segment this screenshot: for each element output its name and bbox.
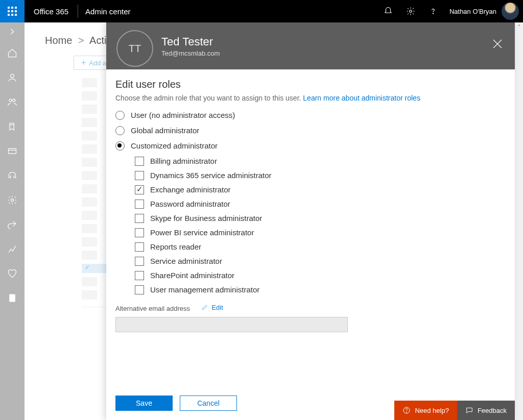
radio-icon [115,141,125,151]
custom-role-label: SharePoint administrator [150,271,234,280]
alt-email-input[interactable] [115,317,348,332]
role-global-label: Global administrator [131,126,199,135]
custom-role-list: Billing administratorDynamics 365 servic… [135,157,454,294]
nav-support-icon[interactable] [0,163,25,188]
panel-header: TT Ted Tester Ted@mcsmlab.com [106,22,515,69]
checkbox-icon [135,185,144,194]
app-launcher-icon[interactable] [0,0,25,22]
nav-health-icon[interactable] [0,261,25,286]
checkbox-icon [135,257,144,266]
svg-rect-3 [8,10,10,12]
notifications-icon[interactable] [377,0,399,22]
custom-role-skype-for-business-administrator[interactable]: Skype for Business administrator [135,214,454,223]
left-nav [0,22,25,420]
custom-role-label: Reports reader [150,242,201,251]
alt-email-label: Alternative email address [115,305,190,312]
need-help-button[interactable]: Need help? [394,401,457,420]
need-help-label: Need help? [415,407,449,414]
checkbox-icon [135,228,144,237]
nav-settings-icon[interactable] [0,188,25,212]
nav-reports-icon[interactable] [0,237,25,261]
nav-billing-icon[interactable] [0,139,25,163]
alt-email-edit-link[interactable]: Edit [201,304,223,311]
role-radio-user[interactable]: User (no administrator access) [115,111,454,120]
close-icon[interactable] [491,38,504,50]
svg-rect-14 [9,149,16,154]
edit-label: Edit [211,304,223,311]
help-bar: Need help? Feedback [394,401,515,420]
svg-point-9 [410,10,412,13]
scroll-up-icon[interactable]: ˄ [515,22,523,31]
svg-rect-16 [9,294,15,302]
save-button[interactable]: Save [115,396,173,411]
role-user-label: User (no administrator access) [131,111,235,119]
svg-rect-4 [11,10,13,12]
checkbox-icon [135,214,144,223]
settings-icon[interactable] [399,0,422,22]
avatar[interactable] [502,3,519,20]
svg-point-12 [9,99,12,102]
custom-role-dynamics-365-service-administrator[interactable]: Dynamics 365 service administrator [135,171,454,180]
svg-rect-6 [8,14,10,16]
custom-role-sharepoint-administrator[interactable]: SharePoint administrator [135,271,454,280]
pencil-icon [201,304,208,311]
custom-role-billing-administrator[interactable]: Billing administrator [135,157,454,166]
svg-point-18 [407,412,407,412]
cancel-button[interactable]: Cancel [180,396,237,411]
svg-point-10 [433,13,433,14]
checkbox-icon [135,200,144,209]
custom-role-user-management-administrator[interactable]: User management administrator [135,285,454,294]
expand-nav-icon[interactable] [0,22,25,41]
chat-icon [465,406,473,414]
edit-user-panel: TT Ted Tester Ted@mcsmlab.com [106,22,515,420]
user-display-name: Ted Tester [161,35,220,48]
custom-role-label: Password administrator [150,200,230,208]
custom-role-label: User management administrator [150,285,259,294]
svg-rect-7 [11,14,13,16]
panel-footer: Save Cancel [115,396,237,411]
feedback-button[interactable]: Feedback [457,401,515,420]
nav-home-icon[interactable] [0,41,25,65]
scrollbar[interactable]: ˄ [515,22,523,420]
svg-rect-2 [15,7,17,9]
radio-icon [115,126,125,135]
nav-setup-icon[interactable] [0,212,25,237]
nav-groups-icon[interactable] [0,90,25,114]
nav-users-icon[interactable] [0,65,25,90]
checkbox-icon [135,171,144,180]
svg-point-11 [11,74,14,78]
custom-role-label: Service administrator [150,257,222,265]
svg-rect-0 [8,7,10,9]
breadcrumb-home[interactable]: Home [45,35,72,46]
svg-point-15 [11,199,14,202]
alt-email-section: Alternative email address Edit [115,304,454,333]
svg-rect-1 [11,7,13,9]
role-custom-label: Customized administrator [131,141,218,150]
app-title[interactable]: Admin center [78,7,137,16]
custom-role-power-bi-service-administrator[interactable]: Power BI service administrator [135,228,454,237]
checkbox-icon [135,157,144,166]
role-radio-global[interactable]: Global administrator [115,126,454,135]
panel-title: Edit user roles [115,79,454,90]
user-email: Ted@mcsmlab.com [161,50,220,57]
checkbox-icon [135,285,144,294]
topbar: Office 365 Admin center Nathan O'Bryan [0,0,523,22]
role-radio-custom[interactable]: Customized administrator [115,141,454,151]
panel-desc-text: Choose the admin role that you want to a… [115,94,303,102]
custom-role-service-administrator[interactable]: Service administrator [135,257,454,266]
nav-admin-centers-icon[interactable] [0,286,25,310]
user-initials: TT [116,30,153,67]
custom-role-exchange-administrator[interactable]: Exchange administrator [135,185,454,194]
nav-resources-icon[interactable] [0,114,25,139]
custom-role-label: Billing administrator [150,157,217,165]
custom-role-password-administrator[interactable]: Password administrator [135,200,454,209]
question-circle-icon [402,406,411,414]
custom-role-reports-reader[interactable]: Reports reader [135,242,454,252]
user-name[interactable]: Nathan O'Bryan [444,8,502,15]
help-icon[interactable] [422,0,444,22]
brand-label[interactable]: Office 365 [25,7,78,16]
learn-more-link[interactable]: Learn more about administrator roles [303,94,420,102]
feedback-label: Feedback [478,407,507,414]
custom-role-label: Exchange administrator [150,185,231,194]
radio-icon [115,111,125,120]
